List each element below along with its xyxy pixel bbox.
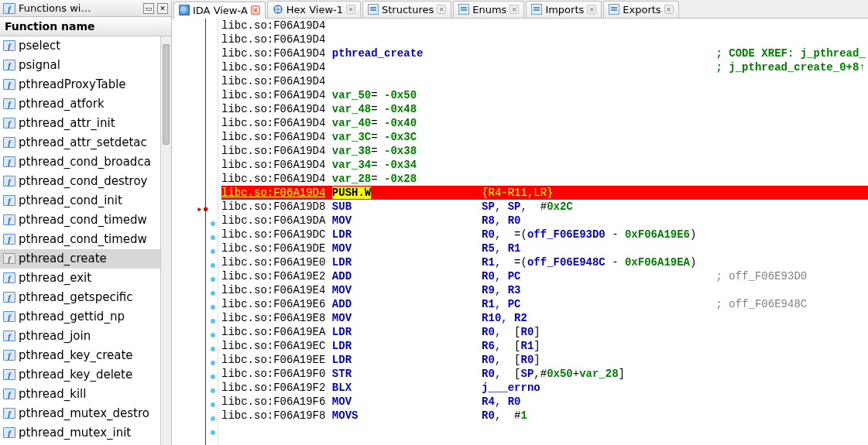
function-row[interactable]: fpthread_cond_timedw <box>0 230 171 249</box>
function-row[interactable]: fpthread_gettid_np <box>0 307 171 327</box>
function-icon: f <box>3 330 15 341</box>
function-row[interactable]: fpthread_cond_destroy <box>0 172 171 191</box>
function-row[interactable]: fpthread_exit <box>0 269 171 288</box>
function-label: pthread_mutex_init <box>19 426 131 440</box>
detach-button[interactable]: ▭ <box>143 3 154 14</box>
function-row[interactable]: fpthread_mutex_destro <box>0 404 171 423</box>
disasm-line[interactable]: libc.so:F06A19EE LDR R0, [R0] <box>221 353 868 367</box>
disasm-line[interactable]: libc.so:F06A19D4 ; j_pthread_create_0+8↑ <box>221 60 868 74</box>
function-icon: f <box>3 60 15 70</box>
disasm-line[interactable]: libc.so:F06A19DE MOV R5, R1 <box>221 241 868 255</box>
function-row[interactable]: fpthread_join <box>0 327 171 346</box>
close-functions-button[interactable]: ✕ <box>157 3 168 14</box>
tab-close-button[interactable]: × <box>437 5 446 14</box>
function-icon: f <box>3 234 15 245</box>
function-row[interactable]: fpthreadProxyTable <box>0 75 171 94</box>
line-marker[interactable] <box>211 375 215 379</box>
function-label: pthread_getspecific <box>19 290 133 304</box>
function-icon: f <box>3 137 15 148</box>
function-icon: f <box>3 195 15 206</box>
tab-structures[interactable]: Structures× <box>362 1 451 18</box>
tab-hex-view-1[interactable]: Hex View-1× <box>267 1 361 18</box>
function-row[interactable]: fpsignal <box>0 56 171 75</box>
scrollbar-thumb[interactable] <box>163 44 170 145</box>
line-marker[interactable] <box>211 291 215 296</box>
function-row[interactable]: fpthread_getspecific <box>0 288 171 307</box>
disasm-line[interactable]: libc.so:F06A19E8 MOV R10, R2 <box>221 311 868 325</box>
function-row[interactable]: fpthread_key_delete <box>0 365 171 385</box>
line-marker[interactable] <box>211 389 215 393</box>
disasm-line[interactable]: libc.so:F06A19D4 var_28= -0x28 <box>221 172 868 186</box>
function-row[interactable]: fpthread_create <box>0 249 171 269</box>
disasm-line[interactable]: libc.so:F06A19D4 <box>221 19 868 33</box>
disasm-line[interactable]: libc.so:F06A19D4 var_38= -0x38 <box>221 144 868 158</box>
tab-close-button[interactable]: × <box>664 5 674 14</box>
function-row[interactable]: fpselect <box>0 36 171 56</box>
disasm-line[interactable]: libc.so:F06A19E0 LDR R1, =(off_F06E948C … <box>221 255 868 269</box>
line-marker[interactable] <box>211 333 215 337</box>
tab-bar: IDA View-A×Hex View-1×Structures×Enums×I… <box>172 0 868 19</box>
line-marker[interactable] <box>211 319 215 323</box>
disasm-line[interactable]: libc.so:F06A19D4 pthread_create ; CODE X… <box>221 46 868 60</box>
tab-imports[interactable]: Imports× <box>526 1 602 18</box>
disasm-line[interactable]: libc.so:F06A19F8 MOVS R0, #1 <box>221 409 868 423</box>
line-marker[interactable] <box>211 235 215 240</box>
line-marker[interactable] <box>211 430 215 435</box>
tab-close-button[interactable]: × <box>509 5 519 14</box>
line-marker[interactable] <box>211 277 215 282</box>
disasm-line[interactable]: libc.so:F06A19D4 var_48= -0x48 <box>221 102 868 116</box>
function-label: pthread_cond_timedw <box>19 213 147 227</box>
function-label: pthread_cond_destroy <box>19 174 147 188</box>
function-row[interactable]: fpthread_key_create <box>0 346 171 365</box>
disasm-line[interactable]: libc.so:F06A19D8 SUB SP, SP, #0x2C <box>221 200 868 214</box>
disassembly-view[interactable]: ▸● libc.so:F06A19D4libc.so:F06A19D4libc.… <box>172 19 868 445</box>
disasm-code[interactable]: libc.so:F06A19D4libc.so:F06A19D4libc.so:… <box>218 19 868 445</box>
disasm-line[interactable]: libc.so:F06A19DC LDR R0, =(off_F06E93D0 … <box>221 228 868 241</box>
disasm-line[interactable]: libc.so:F06A19EA LDR R0, [R0] <box>221 325 868 339</box>
line-marker[interactable] <box>211 221 215 226</box>
line-marker[interactable] <box>211 361 215 365</box>
disasm-line[interactable]: libc.so:F06A19D4 var_3C= -0x3C <box>221 130 868 144</box>
functions-window-icon: f <box>3 3 15 14</box>
disasm-line[interactable]: libc.so:F06A19DA MOV R8, R0 <box>221 214 868 228</box>
disasm-line[interactable]: libc.so:F06A19F2 BLX j___errno <box>221 381 868 395</box>
function-row[interactable]: fpthread_mutex_init <box>0 423 171 443</box>
disasm-line[interactable]: libc.so:F06A19D4 <box>221 33 868 46</box>
line-marker[interactable] <box>211 305 215 310</box>
disasm-line[interactable]: libc.so:F06A19D4 var_50= -0x50 <box>221 88 868 102</box>
line-marker[interactable] <box>211 249 215 254</box>
functions-list[interactable]: fpselectfpsignalfpthreadProxyTablefpthre… <box>0 36 171 445</box>
tab-enums[interactable]: Enums× <box>453 1 524 18</box>
disasm-line[interactable]: libc.so:F06A19E4 MOV R9, R3 <box>221 283 868 297</box>
tab-exports[interactable]: Exports× <box>603 1 678 18</box>
function-icon: f <box>3 427 15 438</box>
function-row[interactable]: fpthread_attr_init <box>0 114 171 133</box>
line-marker[interactable] <box>211 416 215 421</box>
function-row[interactable]: fpthread_cond_broadca <box>0 152 171 172</box>
disasm-line[interactable]: libc.so:F06A19EC LDR R6, [R1] <box>221 339 868 353</box>
functions-titlebar: f Functions wi… ▭ ✕ <box>0 0 171 17</box>
disasm-line[interactable]: libc.so:F06A19D4 var_40= -0x40 <box>221 116 868 130</box>
line-marker[interactable] <box>211 347 215 351</box>
tab-close-button[interactable]: × <box>251 5 260 15</box>
disasm-line[interactable]: libc.so:F06A19E2 ADD R0, PC ; off_F06E93… <box>221 269 868 283</box>
disasm-line[interactable]: libc.so:F06A19D4 PUSH.W {R4-R11,LR} <box>221 186 868 200</box>
function-row[interactable]: fpthread_cond_timedw <box>0 211 171 230</box>
disasm-line[interactable]: libc.so:F06A19E6 ADD R1, PC ; off_F06E94… <box>221 297 868 311</box>
function-row[interactable]: fpthread_cond_init <box>0 191 171 211</box>
disasm-line[interactable]: libc.so:F06A19D4 <box>221 74 868 88</box>
tab-close-button[interactable]: × <box>346 5 355 14</box>
function-row[interactable]: fpthread_atfork <box>0 94 171 114</box>
line-marker[interactable] <box>211 263 215 268</box>
disasm-line[interactable]: libc.so:F06A19D4 var_34= -0x34 <box>221 158 868 172</box>
functions-column-header[interactable]: Function name <box>0 17 171 36</box>
function-row[interactable]: fpthread_attr_setdetac <box>0 133 171 152</box>
tab-close-button[interactable]: × <box>587 5 596 14</box>
tab-ida-view-a[interactable]: IDA View-A× <box>173 2 266 19</box>
function-label: pthread_gettid_np <box>19 310 125 323</box>
function-row[interactable]: fpthread_kill <box>0 385 171 404</box>
line-marker[interactable] <box>211 402 215 407</box>
disasm-line[interactable]: libc.so:F06A19F6 MOV R4, R0 <box>221 395 868 409</box>
disasm-line[interactable]: libc.so:F06A19F0 STR R0, [SP,#0x50+var_2… <box>221 367 868 381</box>
functions-scrollbar[interactable] <box>160 36 171 445</box>
